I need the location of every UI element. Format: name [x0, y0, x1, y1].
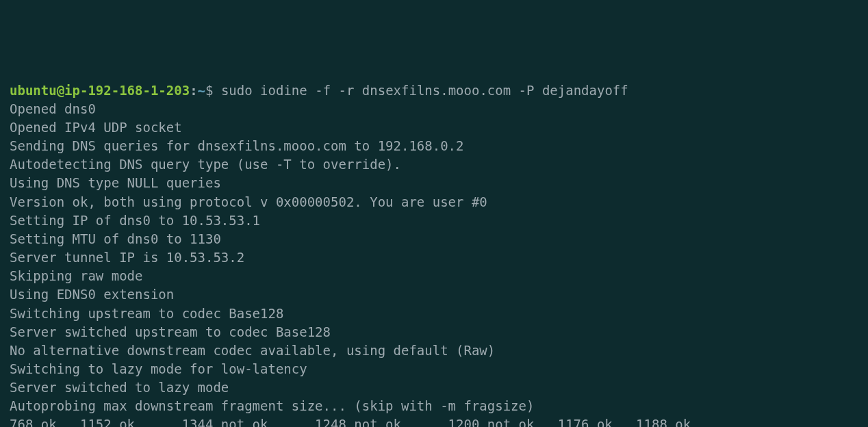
output-line: Autoprobing max downstream fragment size… — [10, 398, 534, 413]
output-line: 768 ok.. 1152 ok.. ...1344 not ok.. ...1… — [10, 417, 706, 427]
output-line: Using EDNS0 extension — [10, 287, 174, 302]
output-line: Switching to lazy mode for low-latency — [10, 361, 307, 376]
output-line: Skipping raw mode — [10, 268, 142, 283]
output-line: Setting MTU of dns0 to 1130 — [10, 231, 221, 246]
terminal-window[interactable]: ubuntu@ip-192-168-1-203:~$ sudo iodine -… — [10, 81, 858, 427]
output-line: Server switched to lazy mode — [10, 380, 229, 395]
output-line: Using DNS type NULL queries — [10, 175, 221, 190]
prompt-path: ~ — [198, 83, 205, 98]
output-line: Opened dns0 — [10, 101, 96, 116]
command-input[interactable]: sudo iodine -f -r dnsexfilns.mooo.com -P… — [221, 83, 628, 98]
prompt-host: ip-192-168-1-203 — [64, 83, 190, 98]
output-line: Server switched upstream to codec Base12… — [10, 324, 331, 339]
output-line: Setting IP of dns0 to 10.53.53.1 — [10, 213, 260, 228]
output-line: Server tunnel IP is 10.53.53.2 — [10, 250, 244, 265]
prompt-dollar: $ — [205, 83, 221, 98]
output-line: No alternative downstream codec availabl… — [10, 343, 495, 358]
output-line: Switching upstream to codec Base128 — [10, 306, 283, 321]
prompt-colon: : — [190, 83, 197, 98]
output-line: Opened IPv4 UDP socket — [10, 120, 182, 135]
prompt-user: ubuntu — [10, 83, 57, 98]
prompt-at: @ — [57, 83, 64, 98]
output-line: Autodetecting DNS query type (use -T to … — [10, 157, 401, 172]
output-line: Sending DNS queries for dnsexfilns.mooo.… — [10, 138, 463, 153]
output-line: Version ok, both using protocol v 0x0000… — [10, 194, 487, 209]
